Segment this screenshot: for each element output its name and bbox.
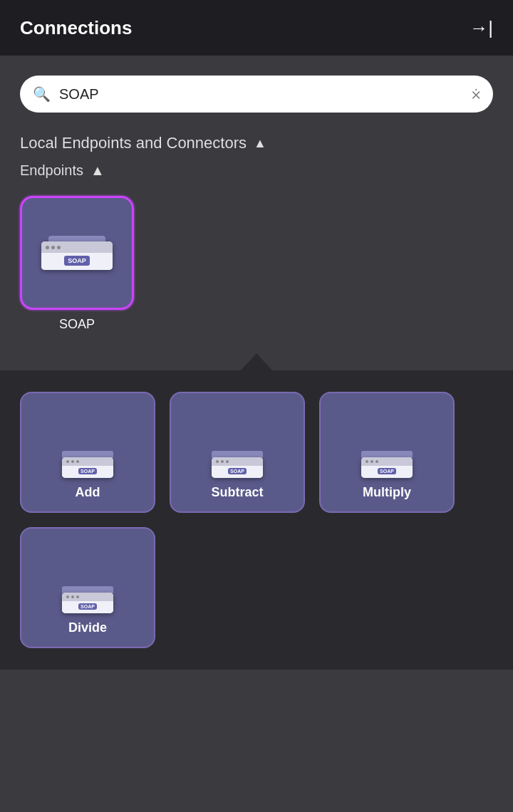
- op-multiply-label: Multiply: [363, 485, 411, 500]
- top-section: 🔍 ⨰ Local Endpoints and Connectors ▲ End…: [0, 56, 513, 370]
- add-card-icon: SOAP: [62, 451, 113, 478]
- op-divide-label: Divide: [68, 620, 107, 635]
- soap-card-label: SOAP: [59, 317, 95, 332]
- op-card-divide[interactable]: SOAP Divide: [20, 527, 155, 648]
- header: Connections →|: [0, 0, 513, 56]
- op-card-multiply[interactable]: SOAP Multiply: [319, 392, 455, 513]
- bottom-section: SOAP Add SOAP: [0, 370, 513, 670]
- collapse-icon[interactable]: →|: [470, 17, 493, 39]
- subtract-card-icon: SOAP: [212, 451, 263, 478]
- multiply-card-icon: SOAP: [361, 451, 413, 478]
- soap-endpoint-card[interactable]: SOAP SOAP: [20, 196, 134, 332]
- search-bar: 🔍 ⨰: [20, 76, 493, 113]
- op-add-label: Add: [76, 485, 100, 500]
- soap-card-icon[interactable]: SOAP: [20, 196, 134, 310]
- endpoints-heading[interactable]: Endpoints ▲: [20, 162, 493, 179]
- op-card-subtract[interactable]: SOAP Subtract: [170, 392, 305, 513]
- search-input[interactable]: [59, 86, 463, 103]
- op-subtract-label: Subtract: [211, 485, 263, 500]
- operations-grid: SOAP Add SOAP: [20, 392, 493, 648]
- endpoints-chevron: ▲: [90, 162, 105, 179]
- op-card-add[interactable]: SOAP Add: [20, 392, 155, 513]
- page-title: Connections: [20, 17, 132, 39]
- section-divider-arrow: [20, 346, 493, 370]
- soap-illustration: SOAP: [41, 236, 113, 270]
- local-endpoints-chevron: ▲: [254, 136, 266, 151]
- endpoints-grid: SOAP SOAP: [20, 196, 493, 346]
- local-endpoints-heading[interactable]: Local Endpoints and Connectors ▲: [20, 134, 493, 152]
- divide-card-icon: SOAP: [62, 586, 113, 613]
- clear-icon[interactable]: ⨰: [472, 85, 480, 103]
- search-icon: 🔍: [33, 85, 51, 103]
